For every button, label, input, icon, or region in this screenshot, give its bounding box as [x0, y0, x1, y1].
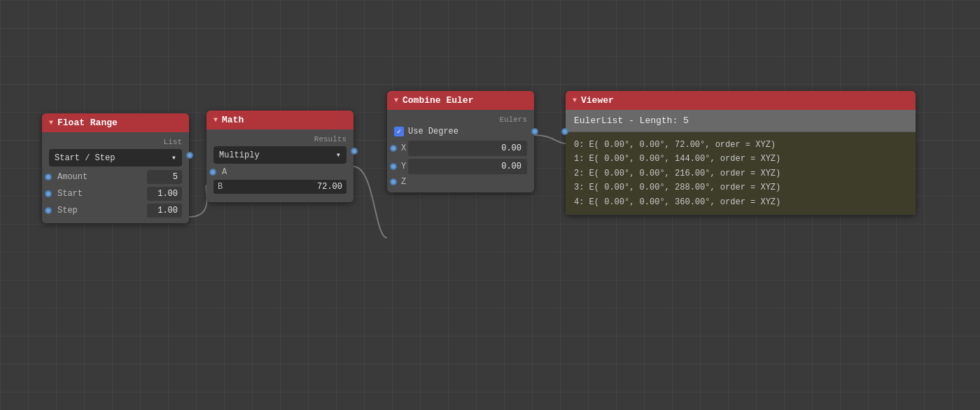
float-range-header[interactable]: ▼ Float Range [42, 113, 189, 132]
step-label: Step [49, 206, 147, 215]
combine-euler-y-row: Y 0.00 [394, 159, 527, 174]
viewer-row-1: 1: E( 0.00°, 0.00°, 144.00°, order = XYZ… [574, 152, 907, 166]
math-operation-value: Multiply [219, 150, 260, 160]
viewer-row-4: 4: E( 0.00°, 0.00°, 360.00°, order = XYZ… [574, 195, 907, 209]
use-degree-label: Use Degree [408, 127, 458, 136]
math-a-label: A [214, 167, 346, 177]
math-output-socket[interactable] [351, 148, 358, 155]
math-operation-dropdown[interactable]: Multiply ▾ [214, 146, 346, 164]
combine-euler-output-label: Eulers [394, 115, 527, 124]
float-range-collapse-arrow[interactable]: ▼ [49, 119, 53, 127]
use-degree-checkbox[interactable]: ✓ [394, 127, 404, 136]
math-dropdown-chevron-icon: ▾ [336, 150, 341, 160]
math-output-label: Results [214, 135, 346, 143]
dropdown-chevron-icon: ▾ [172, 153, 176, 163]
float-range-output-label: List [49, 138, 182, 146]
combine-euler-node: ▼ Combine Euler Eulers ✓ Use Degree X 0.… [387, 91, 534, 192]
math-a-socket[interactable] [209, 169, 216, 176]
amount-label: Amount [49, 172, 147, 182]
viewer-header[interactable]: ▼ Viewer [566, 91, 916, 110]
viewer-row-3: 3: E( 0.00°, 0.00°, 288.00°, order = XYZ… [574, 181, 907, 195]
math-a-row: A [214, 167, 346, 177]
float-range-dropdown-value: Start / Step [55, 153, 115, 163]
combine-euler-x-socket[interactable] [390, 145, 397, 152]
combine-euler-title: Combine Euler [402, 95, 473, 106]
viewer-data: 0: E( 0.00°, 0.00°, 72.00°, order = XYZ)… [566, 132, 916, 215]
math-collapse-arrow[interactable]: ▼ [214, 116, 218, 124]
start-value[interactable]: 1.00 [147, 187, 182, 201]
float-range-node: ▼ Float Range List Start / Step ▾ Amount… [42, 113, 189, 223]
combine-euler-header[interactable]: ▼ Combine Euler [387, 91, 534, 110]
float-range-output-socket[interactable] [186, 152, 193, 159]
viewer-input-socket[interactable] [561, 128, 568, 135]
combine-euler-z-socket[interactable] [390, 178, 397, 185]
float-range-title: Float Range [57, 118, 118, 128]
start-label: Start [49, 189, 147, 199]
viewer-row-0: 0: E( 0.00°, 0.00°, 72.00°, order = XYZ) [574, 138, 907, 152]
math-header[interactable]: ▼ Math [206, 111, 354, 129]
step-row: Step 1.00 [49, 204, 182, 218]
start-row: Start 1.00 [49, 187, 182, 201]
math-b-label: B [218, 182, 317, 192]
start-socket[interactable] [45, 190, 52, 197]
float-range-body: List Start / Step ▾ Amount 5 Start 1.00 … [42, 132, 189, 223]
combine-euler-y-socket[interactable] [390, 163, 397, 170]
math-body: Results Multiply ▾ A B 72.00 [206, 129, 354, 202]
math-b-value[interactable]: 72.00 [317, 182, 342, 192]
combine-euler-z-row: Z [394, 177, 527, 187]
viewer-row-2: 2: E( 0.00°, 0.00°, 216.00°, order = XYZ… [574, 167, 907, 181]
combine-euler-x-row: X 0.00 [394, 141, 527, 156]
step-socket[interactable] [45, 207, 52, 214]
viewer-collapse-arrow[interactable]: ▼ [573, 97, 577, 104]
math-node: ▼ Math Results Multiply ▾ A B 72.00 [206, 111, 354, 202]
viewer-body: EulerList - Length: 5 0: E( 0.00°, 0.00°… [566, 110, 916, 215]
viewer-node: ▼ Viewer EulerList - Length: 5 0: E( 0.0… [566, 91, 916, 215]
combine-euler-y-value[interactable]: 0.00 [408, 159, 527, 174]
amount-row: Amount 5 [49, 170, 182, 184]
combine-euler-x-value[interactable]: 0.00 [408, 141, 527, 156]
amount-socket[interactable] [45, 174, 52, 181]
viewer-summary: EulerList - Length: 5 [566, 110, 916, 132]
use-degree-row[interactable]: ✓ Use Degree [394, 127, 527, 136]
step-value[interactable]: 1.00 [147, 204, 182, 218]
amount-value[interactable]: 5 [147, 170, 182, 184]
math-title: Math [222, 115, 244, 125]
combine-euler-body: Eulers ✓ Use Degree X 0.00 Y 0.00 Z [387, 110, 534, 192]
viewer-title: Viewer [581, 95, 614, 106]
float-range-dropdown[interactable]: Start / Step ▾ [49, 149, 182, 167]
combine-euler-collapse-arrow[interactable]: ▼ [394, 97, 398, 104]
combine-euler-output-socket[interactable] [531, 128, 538, 135]
math-b-row: B 72.00 [214, 180, 346, 194]
